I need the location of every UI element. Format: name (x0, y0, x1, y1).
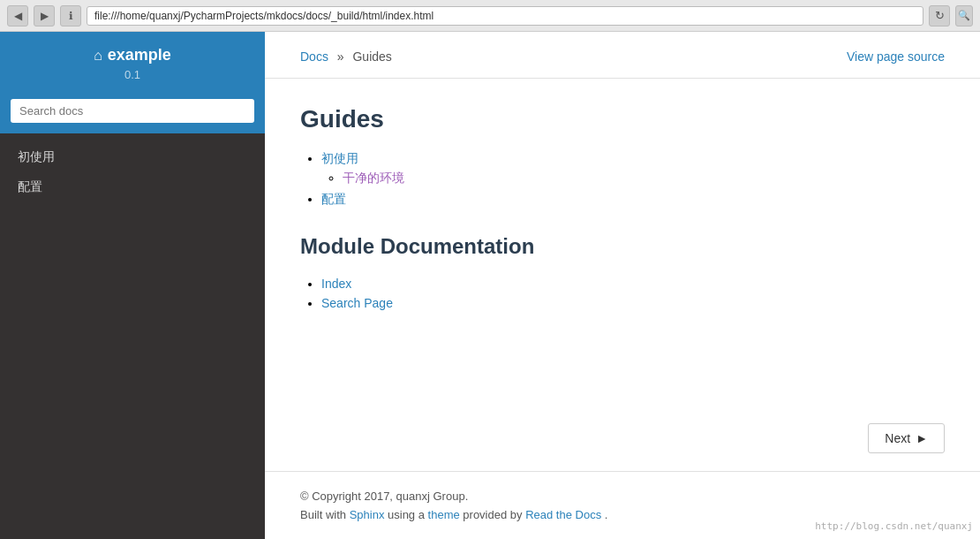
toc-sublink-0[interactable]: 干净的环境 (343, 171, 404, 185)
search-input[interactable] (11, 99, 254, 123)
content-header: Docs » Guides View page source (265, 32, 980, 79)
view-source-link[interactable]: View page source (847, 49, 945, 64)
search-icon-btn[interactable]: 🔍 (955, 5, 973, 27)
sidebar-item-0[interactable]: 初使用 (0, 142, 265, 172)
reload-button[interactable]: ↻ (929, 5, 950, 27)
next-arrow-icon: ► (916, 431, 928, 445)
sidebar-title: example (108, 46, 171, 65)
content-area: Docs » Guides View page source Guides 初使… (265, 32, 980, 539)
module-link-1[interactable]: Search Page (321, 296, 393, 310)
forward-button[interactable]: ▶ (34, 5, 55, 27)
sidebar-item-1[interactable]: 配置 (0, 172, 265, 202)
sidebar-logo-row: ⌂ example (18, 46, 247, 65)
rtd-link[interactable]: Read the Docs (525, 508, 601, 521)
browser-chrome: ◀ ▶ ℹ ↻ 🔍 (0, 0, 980, 32)
guides-heading: Guides (300, 105, 945, 133)
content-body: Guides 初使用 干净的环境 配置 Module Documentation (265, 79, 980, 414)
footer-using-text: using a (388, 508, 428, 521)
toc-sublist-0: 干净的环境 (321, 171, 945, 186)
module-link-0[interactable]: Index (321, 277, 351, 291)
next-button[interactable]: Next ► (868, 423, 945, 453)
sphinx-link[interactable]: Sphinx (350, 508, 385, 521)
sidebar-search-wrapper (0, 92, 265, 133)
module-list: Index Search Page (300, 277, 945, 310)
toc-list: 初使用 干净的环境 配置 (300, 151, 945, 208)
toc-link-0[interactable]: 初使用 (321, 151, 358, 165)
breadcrumb-docs-link[interactable]: Docs (300, 49, 328, 64)
sidebar-version: 0.1 (18, 68, 247, 81)
back-button[interactable]: ◀ (7, 5, 28, 27)
footer-copyright: © Copyright 2017, quanxj Group. (300, 490, 945, 503)
next-btn-wrapper: Next ► (265, 414, 980, 471)
toc-link-1[interactable]: 配置 (321, 192, 346, 206)
main-layout: ⌂ example 0.1 初使用 配置 Docs » Guides View … (0, 32, 980, 539)
toc-item-0: 初使用 干净的环境 (321, 151, 945, 186)
module-item-0: Index (321, 277, 945, 291)
breadcrumb-current: Guides (352, 49, 391, 64)
info-button[interactable]: ℹ (60, 5, 81, 27)
next-button-label: Next (885, 431, 910, 445)
breadcrumb-sep: » (337, 49, 344, 64)
sidebar-nav: 初使用 配置 (0, 133, 265, 211)
url-bar[interactable] (87, 6, 923, 26)
breadcrumb: Docs » Guides (300, 49, 392, 64)
toc-subitem-0: 干净的环境 (343, 171, 945, 186)
footer-end-text: . (605, 508, 608, 521)
home-icon: ⌂ (94, 48, 102, 64)
toc-item-1: 配置 (321, 192, 945, 208)
footer-line2: Built with Sphinx using a theme provided… (300, 508, 945, 521)
module-heading: Module Documentation (300, 234, 945, 259)
watermark: http://blog.csdn.net/quanxj (815, 520, 973, 532)
footer-built-text: Built with (300, 508, 350, 521)
theme-link[interactable]: theme (428, 508, 460, 521)
sidebar: ⌂ example 0.1 初使用 配置 (0, 32, 265, 539)
sidebar-header: ⌂ example 0.1 (0, 32, 265, 92)
footer-provided-text: provided by (463, 508, 525, 521)
module-item-1: Search Page (321, 296, 945, 310)
